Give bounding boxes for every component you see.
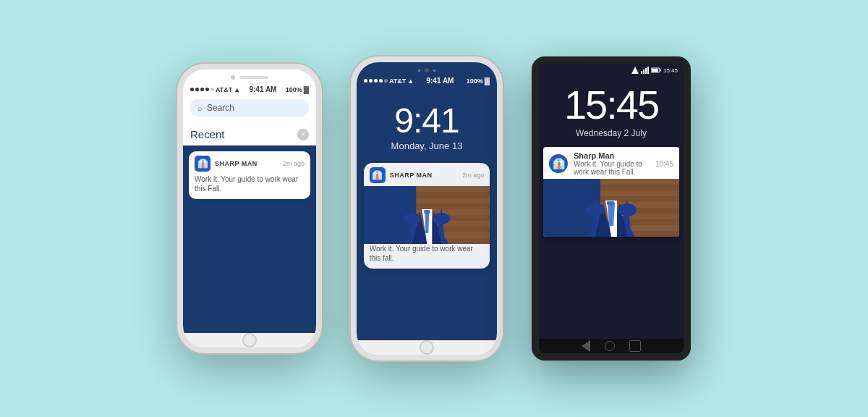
lock-notif-body: Work it. Your guide to work wear this fa…	[364, 244, 490, 269]
iphone2-top-hardware	[357, 62, 497, 74]
svg-rect-25	[600, 190, 679, 196]
android-notif-time: 10:45	[655, 160, 673, 168]
svg-point-38	[586, 203, 605, 216]
home-button2[interactable]	[420, 340, 434, 355]
android-screen: 15:45 15:45 Wednesday 2 July 👔 Sharp Man…	[539, 64, 684, 339]
recent-label: Recent	[190, 128, 225, 140]
wifi2-icon: ▲	[407, 77, 414, 85]
lock-app-icon: 👔	[370, 167, 386, 183]
android-suit-svg	[543, 179, 679, 237]
bar2	[643, 70, 644, 74]
battery-icon: ▓	[304, 85, 309, 93]
status2-right: 100% ▓	[467, 77, 490, 85]
search-bar[interactable]: ⌕ Search	[190, 99, 309, 117]
android-notif-header: 👔 Sharp Man Work it. Your guide to work …	[543, 147, 679, 179]
carrier-dots	[190, 88, 214, 91]
svg-rect-36	[607, 201, 614, 205]
notification-card[interactable]: 👔 SHARP MAN 2m ago Work it. Your guide t…	[189, 151, 310, 199]
home-button[interactable]	[242, 333, 257, 348]
iphone2-screen: 9:41 Monday, June 13 👔 SHARP MAN 2m ago	[357, 86, 497, 340]
home-button-area	[183, 333, 316, 348]
iphone1-screen: Recent ✕ 👔 SHARP MAN 2m ago Work it. You…	[183, 122, 316, 333]
signal-bars	[641, 67, 649, 74]
android-notif-info: Sharp Man Work it. Your guide to work we…	[574, 151, 650, 176]
lock-time: 9:41	[394, 101, 459, 140]
app-name: SHARP MAN	[215, 160, 278, 167]
bar3	[645, 68, 647, 74]
notif-header: 👔 SHARP MAN 2m ago	[189, 151, 310, 174]
dot1	[364, 79, 367, 83]
android-notification-card[interactable]: 👔 Sharp Man Work it. Your guide to work …	[543, 147, 679, 237]
svg-point-17	[433, 213, 450, 224]
wifi-icon: ▲	[234, 86, 240, 93]
front-camera2-icon	[425, 68, 429, 72]
svg-rect-3	[416, 198, 490, 203]
lock-notif-time: 2m ago	[462, 172, 484, 179]
android-status-icons: 15:45	[631, 67, 678, 74]
android-status-time: 15:45	[663, 67, 678, 74]
status-right: 100% ▓	[286, 85, 309, 93]
carrier-label: AT&T	[216, 86, 232, 93]
lock-notif-header: 👔 SHARP MAN 2m ago	[364, 163, 490, 186]
iphone1-top-hardware	[183, 70, 316, 83]
android-status-bar: 15:45	[539, 64, 684, 75]
svg-rect-14	[424, 210, 430, 214]
svg-marker-13	[425, 211, 429, 233]
svg-rect-20	[660, 70, 661, 72]
notif-image	[364, 186, 490, 244]
android-notif-body: Work it. Your guide to work wear this Fa…	[574, 160, 650, 176]
tie-icon: 👔	[197, 159, 208, 169]
dot5	[210, 88, 214, 91]
android-app-name: Sharp Man	[574, 151, 650, 160]
svg-rect-2	[416, 186, 490, 192]
lock-date: Monday, June 13	[391, 140, 463, 151]
iphone1-status-bar: AT&T ▲ 9:41 AM 100% ▓	[183, 83, 316, 95]
svg-point-16	[404, 213, 421, 224]
speaker-dot1	[418, 70, 420, 72]
svg-rect-24	[600, 179, 679, 185]
search-icon: ⌕	[197, 104, 203, 112]
svg-rect-21	[652, 69, 658, 72]
home-button-android[interactable]	[605, 341, 615, 351]
svg-point-39	[618, 203, 637, 216]
home-button-area2	[357, 340, 497, 355]
search-placeholder: Search	[207, 103, 234, 113]
iphone1-frame: AT&T ▲ 9:41 AM 100% ▓ ⌕ Search Recent ✕ …	[177, 64, 322, 353]
dot4	[379, 79, 383, 83]
search-area: ⌕ Search	[183, 95, 316, 122]
iphone2-status-bar: AT&T ▲ 9:41 AM 100% ▓	[357, 74, 497, 86]
dot3	[200, 88, 204, 91]
back-button[interactable]	[582, 340, 590, 352]
battery-icon	[651, 67, 661, 73]
dot4	[205, 88, 209, 91]
app-icon: 👔	[195, 156, 210, 172]
iphone2-frame: AT&T ▲ 9:41 AM 100% ▓ 9:41 Monday, June …	[351, 56, 503, 361]
recents-button[interactable]	[629, 340, 641, 352]
bar1	[641, 71, 642, 74]
status2-left: AT&T ▲	[364, 77, 414, 85]
lock-app-name: SHARP MAN	[390, 172, 459, 179]
lock-notification-card[interactable]: 👔 SHARP MAN 2m ago	[364, 163, 490, 269]
dot3	[374, 79, 378, 83]
front-camera-icon	[231, 75, 235, 80]
dot2	[369, 79, 373, 83]
carrier2-dots	[364, 79, 388, 83]
speaker-grill	[239, 76, 268, 79]
speaker-dot2	[433, 70, 435, 72]
status2-time: 9:41 AM	[426, 77, 454, 85]
dot5	[384, 79, 388, 83]
recent-section-header: Recent ✕	[183, 122, 316, 146]
android-frame: 15:45 15:45 Wednesday 2 July 👔 Sharp Man…	[532, 56, 691, 361]
android-lock-time: 15:45	[539, 81, 684, 128]
recent-close-button[interactable]: ✕	[297, 129, 309, 140]
tie2-icon: 👔	[372, 170, 383, 180]
status-left: AT&T ▲	[190, 86, 240, 93]
battery2-icon: ▓	[485, 77, 490, 85]
battery2-label: 100%	[467, 77, 483, 85]
android-notif-image	[543, 179, 679, 237]
battery-label: 100%	[286, 86, 302, 93]
android-app-icon: 👔	[549, 154, 568, 173]
status-time: 9:41 AM	[249, 85, 276, 93]
signal-icon	[631, 67, 639, 74]
android-lock-date: Wednesday 2 July	[539, 128, 684, 138]
